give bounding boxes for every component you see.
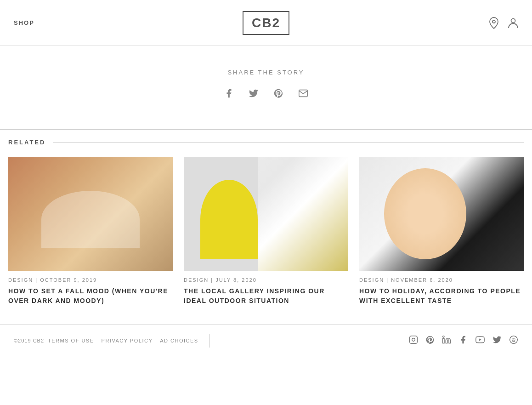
logo-container: CB2 — [243, 11, 289, 35]
pinterest-share-button[interactable] — [270, 85, 287, 102]
svg-point-5 — [443, 336, 444, 337]
youtube-link[interactable] — [475, 335, 485, 347]
facebook-footer-link[interactable] — [458, 335, 468, 347]
related-card-3[interactable]: DESIGN | NOVEMBER 6, 2020 HOW TO HOLIDAY… — [359, 157, 524, 306]
instagram-link[interactable] — [409, 335, 418, 347]
header-left: SHOP — [14, 19, 34, 26]
facebook-share-button[interactable] — [221, 85, 237, 102]
privacy-link[interactable]: PRIVACY POLICY — [102, 338, 153, 343]
twitter-footer-link[interactable] — [492, 335, 502, 347]
card-separator-1: | — [35, 277, 40, 283]
site-logo[interactable]: CB2 — [243, 11, 289, 35]
twitter-share-button[interactable] — [245, 85, 262, 102]
email-icon — [298, 88, 308, 98]
terms-link[interactable]: TERMS OF USE — [48, 338, 94, 343]
related-title: RELATED — [8, 139, 45, 146]
card-meta-1: DESIGN | OCTOBER 9, 2019 — [8, 277, 173, 283]
ad-choices-link[interactable]: AD CHOICES — [160, 338, 198, 343]
svg-marker-6 — [479, 338, 481, 341]
card-separator-2: | — [211, 277, 215, 283]
shop-link[interactable]: SHOP — [14, 19, 34, 26]
header-right — [489, 17, 518, 29]
card-meta-2: DESIGN | JULY 8, 2020 — [184, 277, 348, 283]
card-image-3 — [359, 157, 524, 271]
pinterest-footer-link[interactable] — [425, 335, 435, 347]
facebook-icon — [224, 88, 234, 98]
site-header: SHOP CB2 — [0, 0, 532, 46]
spotify-icon — [509, 335, 518, 344]
linkedin-link[interactable] — [442, 335, 451, 347]
card-title-1: HOW TO SET A FALL MOOD (WHEN YOU'RE OVER… — [8, 286, 173, 306]
copyright-text: ©2019 CB2 — [14, 338, 44, 343]
card-image-2 — [184, 157, 348, 271]
account-icon — [508, 17, 518, 29]
footer-social — [409, 335, 518, 347]
footer-left: ©2019 CB2 TERMS OF USE PRIVACY POLICY AD… — [14, 334, 217, 348]
card-meta-3: DESIGN | NOVEMBER 6, 2020 — [359, 277, 524, 283]
related-card-1[interactable]: DESIGN | OCTOBER 9, 2019 HOW TO SET A FA… — [8, 157, 173, 306]
twitter-icon — [249, 88, 259, 98]
email-share-button[interactable] — [295, 85, 311, 102]
related-card-2[interactable]: DESIGN | JULY 8, 2020 THE LOCAL GALLERY … — [184, 157, 348, 306]
instagram-icon — [409, 335, 418, 344]
pinterest-icon — [273, 88, 283, 98]
youtube-icon — [475, 335, 485, 344]
card-separator-3: | — [386, 277, 391, 283]
related-divider — [53, 142, 524, 143]
related-header: RELATED — [8, 139, 524, 146]
twitter-footer-icon — [492, 335, 502, 344]
spotify-link[interactable] — [509, 335, 518, 347]
card-title-3: HOW TO HOLIDAY, ACCORDING TO PEOPLE WITH… — [359, 286, 524, 306]
location-icon — [489, 17, 499, 29]
card-image-1 — [8, 157, 173, 271]
svg-point-1 — [511, 18, 515, 23]
pinterest-footer-icon — [425, 335, 435, 344]
related-section: RELATED DESIGN | OCTOBER 9, 2019 HOW TO … — [0, 129, 532, 324]
share-title: SHARE THE STORY — [0, 69, 532, 76]
share-icons — [0, 85, 532, 102]
svg-rect-2 — [410, 336, 418, 343]
site-footer: ©2019 CB2 TERMS OF USE PRIVACY POLICY AD… — [0, 324, 532, 357]
svg-rect-4 — [443, 338, 444, 343]
account-button[interactable] — [508, 17, 518, 29]
related-grid: DESIGN | OCTOBER 9, 2019 HOW TO SET A FA… — [8, 157, 524, 306]
facebook-footer-icon — [458, 335, 468, 344]
linkedin-icon — [442, 335, 451, 344]
location-button[interactable] — [489, 17, 499, 29]
svg-point-0 — [492, 20, 495, 23]
share-section: SHARE THE STORY — [0, 46, 532, 129]
card-title-2: THE LOCAL GALLERY INSPIRING OUR IDEAL OU… — [184, 286, 348, 306]
footer-divider — [209, 334, 210, 348]
